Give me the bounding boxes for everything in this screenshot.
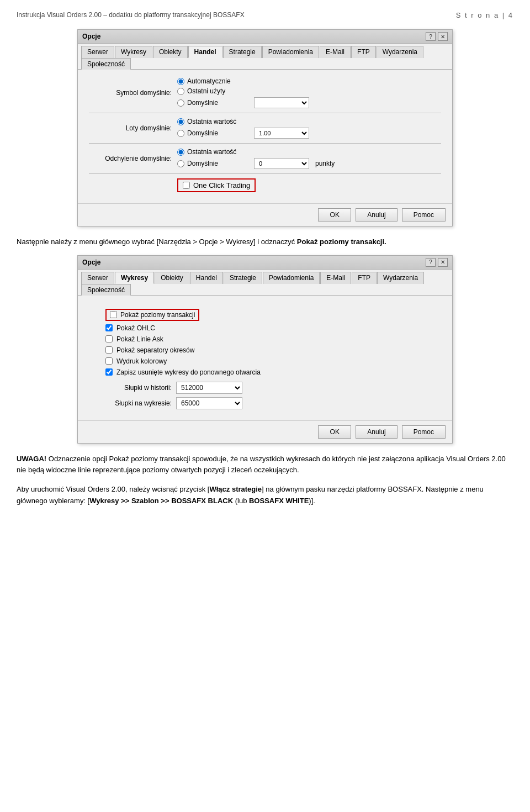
one-click-trading-box: One Click Trading bbox=[177, 178, 256, 192]
symbol-label: Symbol domyślnie: bbox=[89, 89, 177, 97]
dialog2-title: Opcje bbox=[82, 259, 100, 266]
dialog2-content: Pokaż poziomy transakcjiPokaż OHLCPokaż … bbox=[78, 296, 452, 420]
last-para-end: (lub bbox=[233, 497, 249, 505]
pogrubiony-checkbox[interactable] bbox=[110, 311, 117, 318]
wykresy-checkbox-row: Wydruk kolorowy bbox=[105, 357, 441, 365]
tab-społeczność[interactable]: Społeczność bbox=[81, 58, 131, 70]
dialog1-close-btn[interactable]: ✕ bbox=[438, 32, 448, 41]
tab-strategie[interactable]: Strategie bbox=[224, 272, 262, 284]
loty-default-radio[interactable] bbox=[177, 130, 184, 137]
uwaga-section: UWAGA! Odznaczenie opcji Pokaż poziomy t… bbox=[17, 454, 513, 477]
tab-serwer[interactable]: Serwer bbox=[81, 272, 114, 284]
tab-e-mail[interactable]: E-Mail bbox=[320, 272, 351, 284]
dialog1-tab-bar: SerwerWykresyObiektyHandelStrategiePowia… bbox=[78, 44, 452, 70]
dialog2-ok-btn[interactable]: OK bbox=[318, 425, 351, 439]
last-para-start: Aby uruchomić Visual Orders 2.00, należy… bbox=[17, 485, 209, 493]
last-para-bold1: Włącz strategie bbox=[209, 485, 262, 493]
wykresy-cb-zapisz-usunięte-wykresy-do-ponownego-otwarcia[interactable] bbox=[105, 368, 113, 376]
wykresy-cb-label: Pokaż separatory okresów bbox=[116, 346, 194, 354]
one-click-checkbox[interactable] bbox=[183, 182, 190, 189]
symbol-last-row: Ostatni użyty bbox=[177, 87, 309, 95]
odchylenie-last-label: Ostatnia wartość bbox=[187, 148, 236, 156]
dialog1-controls: ? ✕ bbox=[426, 32, 448, 41]
symbol-default-row: Domyślnie bbox=[177, 97, 309, 108]
slupki-wykres-row: Słupki na wykresie: 65000 bbox=[105, 397, 441, 409]
dialog1-ok-btn[interactable]: OK bbox=[318, 208, 351, 222]
tab-handel[interactable]: Handel bbox=[188, 46, 222, 58]
loty-default-label: Domyślnie bbox=[187, 129, 218, 137]
tab-e-mail[interactable]: E-Mail bbox=[320, 46, 351, 58]
tab-społeczność[interactable]: Społeczność bbox=[81, 284, 131, 296]
wykresy-cb-pokaż-linie-ask[interactable] bbox=[105, 335, 113, 342]
tab-wydarzenia[interactable]: Wydarzenia bbox=[377, 272, 424, 284]
symbol-auto-label: Automatycznie bbox=[187, 77, 231, 85]
wykresy-cb-wydruk-kolorowy[interactable] bbox=[105, 357, 113, 365]
tab-wykresy[interactable]: Wykresy bbox=[115, 272, 154, 284]
wykresy-cb-pokaż-ohlc[interactable] bbox=[105, 324, 113, 331]
dialog2-tab-bar: SerwerWykresyObiektyHandelStrategiePowia… bbox=[78, 270, 452, 296]
tab-strategie[interactable]: Strategie bbox=[223, 46, 262, 58]
dialog2-controls: ? ✕ bbox=[426, 258, 448, 267]
loty-radio-group: Ostatnia wartość Domyślnie 1.00 bbox=[177, 118, 309, 139]
symbol-section: Symbol domyślnie: Automatycznie Ostatni … bbox=[89, 77, 441, 108]
symbol-auto-radio[interactable] bbox=[177, 78, 184, 85]
highlighted-checkbox-label: Pokaż poziomy transakcji bbox=[120, 311, 195, 319]
slupki-wykres-label: Słupki na wykresie: bbox=[105, 399, 172, 407]
dialog1-content: Symbol domyślnie: Automatycznie Ostatni … bbox=[78, 70, 452, 203]
odchylenie-last-radio[interactable] bbox=[177, 149, 184, 156]
slupki-wykres-dropdown[interactable]: 65000 bbox=[176, 397, 242, 409]
symbol-dropdown[interactable] bbox=[254, 97, 309, 108]
dialog2-anuluj-btn[interactable]: Anuluj bbox=[356, 425, 397, 439]
page-header: Instrukcja Visual Orders 2.00 – dodatku … bbox=[17, 11, 513, 19]
dialog1-help-btn[interactable]: ? bbox=[426, 32, 436, 41]
dialog2-close-btn[interactable]: ✕ bbox=[438, 258, 448, 267]
dialog1-title: Opcje bbox=[82, 33, 100, 40]
header-left: Instrukcja Visual Orders 2.00 – dodatku … bbox=[17, 11, 245, 19]
dialog2-titlebar: Opcje ? ✕ bbox=[78, 256, 452, 270]
dialog-opcje-wykresy: Opcje ? ✕ SerwerWykresyObiektyHandelStra… bbox=[77, 255, 453, 444]
tab-powiadomienia[interactable]: Powiadomienia bbox=[262, 46, 319, 58]
dialog2-pomoc-btn[interactable]: Pomoc bbox=[402, 425, 446, 439]
dialog1-pomoc-btn[interactable]: Pomoc bbox=[402, 208, 446, 222]
wykresy-cb-label: Zapisz usunięte wykresy do ponownego otw… bbox=[116, 368, 261, 376]
loty-last-radio[interactable] bbox=[177, 118, 184, 125]
tab-serwer[interactable]: Serwer bbox=[81, 46, 114, 58]
slupki-historia-dropdown[interactable]: 512000 bbox=[176, 382, 242, 394]
loty-default-row: Domyślnie 1.00 bbox=[177, 128, 309, 139]
symbol-last-radio[interactable] bbox=[177, 88, 184, 95]
symbol-last-label: Ostatni użyty bbox=[187, 87, 225, 95]
between-text-bold: Pokaż poziomy transakcji. bbox=[297, 238, 386, 246]
dialog1-buttons: OK Anuluj Pomoc bbox=[78, 203, 452, 226]
last-para-bold2: Wykresy >> Szablon >> BOSSAFX BLACK bbox=[89, 497, 233, 505]
wykresy-checkbox-row: Zapisz usunięte wykresy do ponownego otw… bbox=[105, 368, 441, 376]
wykresy-cb-label: Pokaż Linie Ask bbox=[116, 335, 163, 343]
odchylenie-default-label: Domyślnie bbox=[187, 160, 218, 167]
last-para-bold3: BOSSAFX WHITE bbox=[249, 497, 309, 505]
loty-section: Loty domyślnie: Ostatnia wartość Domyśln… bbox=[89, 118, 441, 139]
dialog2-help-btn[interactable]: ? bbox=[426, 258, 436, 267]
last-para-final: )]. bbox=[309, 497, 315, 505]
tab-ftp[interactable]: FTP bbox=[352, 272, 377, 284]
uwaga-label: UWAGA! bbox=[17, 455, 46, 463]
symbol-default-radio[interactable] bbox=[177, 99, 184, 107]
tab-ftp[interactable]: FTP bbox=[351, 46, 376, 58]
odchylenie-label: Odchylenie domyślnie: bbox=[89, 155, 177, 162]
wykresy-cb-label: Wydruk kolorowy bbox=[116, 357, 167, 365]
odchylenie-dropdown[interactable]: 0 bbox=[254, 158, 309, 169]
tab-obiekty[interactable]: Obiekty bbox=[153, 46, 188, 58]
wykresy-checkbox-row: Pokaż OHLC bbox=[105, 324, 441, 332]
odchylenie-last-row: Ostatnia wartość bbox=[177, 148, 335, 156]
wykresy-cb-label: Pokaż OHLC bbox=[116, 324, 155, 332]
odchylenie-default-radio[interactable] bbox=[177, 160, 184, 167]
loty-dropdown[interactable]: 1.00 bbox=[254, 128, 309, 139]
tab-handel[interactable]: Handel bbox=[190, 272, 223, 284]
tab-powiadomienia[interactable]: Powiadomienia bbox=[263, 272, 320, 284]
slupki-historia-row: Słupki w historii: 512000 bbox=[105, 382, 441, 394]
wykresy-checkbox-list: Pokaż poziomy transakcjiPokaż OHLCPokaż … bbox=[105, 309, 441, 376]
dialog1-anuluj-btn[interactable]: Anuluj bbox=[356, 208, 397, 222]
loty-last-label: Ostatnia wartość bbox=[187, 118, 236, 125]
tab-obiekty[interactable]: Obiekty bbox=[155, 272, 189, 284]
tab-wykresy[interactable]: Wykresy bbox=[115, 46, 152, 58]
tab-wydarzenia[interactable]: Wydarzenia bbox=[377, 46, 423, 58]
wykresy-cb-pokaż-separatory-okresów[interactable] bbox=[105, 346, 113, 354]
